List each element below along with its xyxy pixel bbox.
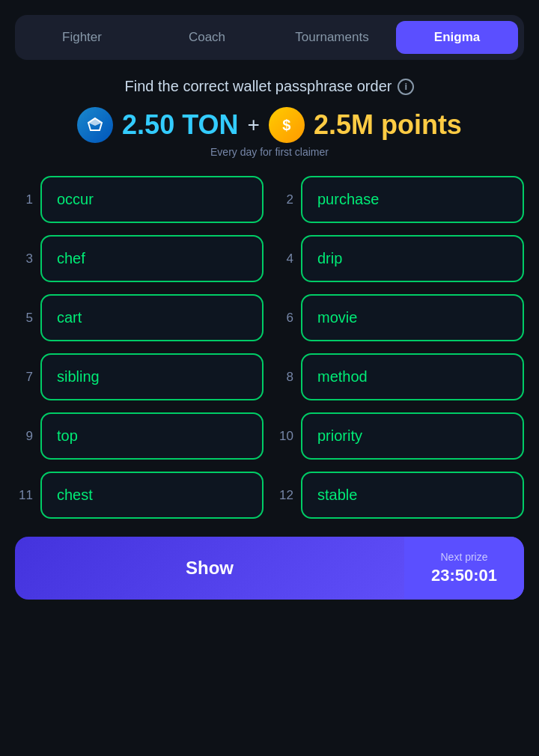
word-box-4[interactable]: drip — [301, 235, 524, 282]
word-row-11: 11chest — [15, 472, 264, 519]
points-amount: 2.5M points — [314, 109, 462, 141]
word-box-3[interactable]: chef — [40, 235, 264, 282]
word-row-5: 5cart — [15, 294, 264, 341]
word-box-7[interactable]: sibling — [40, 353, 264, 400]
word-box-9[interactable]: top — [40, 412, 264, 460]
svg-marker-1 — [88, 118, 102, 126]
show-button[interactable]: Show — [15, 537, 404, 600]
ton-amount: 2.50 TON — [122, 109, 238, 141]
word-row-9: 9top — [15, 412, 264, 460]
word-row-8: 8method — [275, 353, 524, 400]
nav-bar: Fighter Coach Tournaments Enigma — [15, 15, 524, 60]
word-number-7: 7 — [15, 370, 33, 385]
word-box-6[interactable]: movie — [301, 294, 524, 341]
header-title-text: Find the correct wallet passphrase order — [125, 78, 392, 95]
tab-enigma[interactable]: Enigma — [396, 21, 518, 54]
tab-tournaments[interactable]: Tournaments — [271, 21, 393, 54]
word-row-7: 7sibling — [15, 353, 264, 400]
word-row-6: 6movie — [275, 294, 524, 341]
word-row-12: 12stable — [275, 472, 524, 519]
word-box-8[interactable]: method — [301, 353, 524, 400]
word-box-1[interactable]: occur — [40, 176, 264, 223]
next-prize-timer: 23:50:01 — [431, 566, 497, 585]
next-prize-panel: Next prize 23:50:01 — [404, 537, 524, 600]
word-number-9: 9 — [15, 429, 33, 444]
word-box-2[interactable]: purchase — [301, 176, 524, 223]
word-number-2: 2 — [275, 192, 293, 207]
subtitle: Every day for first claimer — [15, 146, 524, 158]
header-section: Find the correct wallet passphrase order… — [15, 78, 524, 158]
word-box-12[interactable]: stable — [301, 472, 524, 519]
word-row-3: 3chef — [15, 235, 264, 282]
word-number-1: 1 — [15, 192, 33, 207]
reward-row: 2.50 TON + $ 2.5M points — [15, 107, 524, 143]
ton-icon — [77, 107, 113, 143]
info-icon[interactable]: i — [398, 79, 414, 95]
bottom-action: Show Next prize 23:50:01 — [15, 537, 524, 600]
tab-coach[interactable]: Coach — [146, 21, 268, 54]
tab-fighter[interactable]: Fighter — [21, 21, 143, 54]
word-number-10: 10 — [275, 429, 293, 444]
header-title: Find the correct wallet passphrase order… — [15, 78, 524, 95]
word-number-3: 3 — [15, 252, 33, 266]
word-box-5[interactable]: cart — [40, 294, 264, 341]
word-box-10[interactable]: priority — [301, 412, 524, 460]
word-number-5: 5 — [15, 311, 33, 326]
next-prize-label: Next prize — [440, 551, 487, 563]
word-box-11[interactable]: chest — [40, 472, 264, 519]
coin-icon: $ — [269, 107, 305, 143]
word-number-11: 11 — [15, 488, 33, 503]
word-row-10: 10priority — [275, 412, 524, 460]
word-row-1: 1occur — [15, 176, 264, 223]
word-row-4: 4drip — [275, 235, 524, 282]
word-number-8: 8 — [275, 370, 293, 385]
word-grid: 1occur2purchase3chef4drip5cart6movie7sib… — [15, 176, 524, 519]
plus-sign: + — [248, 113, 260, 137]
word-row-2: 2purchase — [275, 176, 524, 223]
word-number-6: 6 — [275, 311, 293, 326]
word-number-12: 12 — [275, 488, 293, 503]
word-number-4: 4 — [275, 252, 293, 266]
